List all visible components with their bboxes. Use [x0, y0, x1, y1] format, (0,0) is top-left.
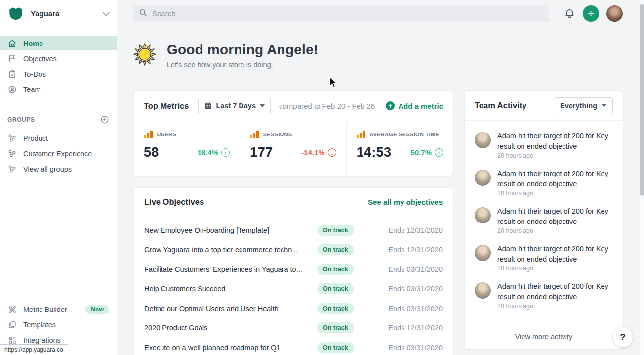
- sidebar-group-view-all[interactable]: View all groups: [0, 162, 117, 176]
- objective-end-date: Ends 03/31/2020: [388, 285, 443, 293]
- sidebar-item-label: View all groups: [23, 165, 72, 173]
- trend-up-icon: ↑: [435, 148, 443, 157]
- date-range-label: Last 7 Days: [216, 102, 256, 110]
- metric-sessions[interactable]: SESSIONS 177 -14.1% ↓: [240, 121, 346, 176]
- caret-down-icon: [260, 104, 265, 107]
- topbar: +: [118, 0, 644, 27]
- sidebar-item-todos[interactable]: To-Dos: [0, 67, 117, 81]
- activity-time: 20 hours ago: [497, 227, 614, 234]
- metric-value: 58: [144, 145, 159, 160]
- objective-end-date: Ends 03/31/2020: [388, 344, 443, 352]
- sun-icon: [133, 43, 156, 66]
- statusbar-link-preview: https://app.yaguara.co: [0, 344, 68, 355]
- metric-label: AVERAGE SESSION TIME: [369, 132, 439, 137]
- calendar-icon: [204, 102, 212, 110]
- objective-row[interactable]: Grow Yaguara into a top tier ecommerce t…: [144, 240, 443, 260]
- activity-text: Adam hit their target of 200 for Key res…: [497, 281, 614, 302]
- search-field[interactable]: [152, 9, 543, 18]
- sidebar-item-metric-builder[interactable]: Metric Builder New: [0, 302, 117, 316]
- objective-row[interactable]: Facilitate Customers' Experiences in Yag…: [144, 260, 443, 279]
- top-metrics-card: Top Metrics Last 7 Days compared to Feb …: [133, 90, 453, 177]
- group-network-icon: [7, 149, 17, 158]
- create-new-button[interactable]: +: [583, 5, 599, 22]
- activity-text: Adam hit their target of 200 for Key res…: [497, 169, 614, 189]
- help-button[interactable]: ?: [613, 327, 633, 347]
- objective-end-date: Ends 03/31/2020: [388, 266, 443, 273]
- metric-delta: 50.7% ↑: [410, 148, 443, 157]
- scrollbar-thumb[interactable]: [640, 4, 644, 196]
- objective-name: New Employee On-boarding [Template]: [144, 226, 312, 234]
- add-metric-label: Add a metric: [398, 102, 443, 110]
- sidebar-item-home[interactable]: Home: [0, 36, 117, 50]
- metric-users[interactable]: USERS 58 18.4% ↑: [134, 121, 240, 176]
- objective-row[interactable]: Execute on a well-planned roadmap for Q1…: [144, 338, 443, 355]
- activity-filter-label: Everything: [560, 102, 597, 110]
- templates-icon: [7, 320, 17, 329]
- main-area: + Good morning Angele!: [118, 0, 644, 355]
- sidebar-item-objectives[interactable]: Objectives: [0, 51, 117, 66]
- view-more-activity-button[interactable]: View more activity: [465, 324, 623, 349]
- metric-label: USERS: [157, 132, 176, 137]
- metric-average-session-time[interactable]: AVERAGE SESSION TIME 14:53 50.7% ↑: [347, 121, 453, 176]
- chevron-down-icon: [103, 9, 110, 18]
- sidebar-item-templates[interactable]: Templates: [0, 317, 117, 332]
- avatar: [475, 170, 491, 186]
- caret-down-icon: [602, 104, 606, 107]
- crossed-pencils-icon: [7, 305, 17, 314]
- plus-icon: +: [386, 101, 395, 110]
- objective-name: Execute on a well-planned roadmap for Q1: [144, 344, 312, 352]
- objective-name: Define our Optimal Users and User Health: [144, 305, 312, 312]
- activity-text: Adam hit their target of 200 for Key res…: [497, 206, 614, 226]
- trend-up-icon: ↑: [221, 148, 230, 157]
- metric-delta: -14.1% ↓: [301, 148, 336, 157]
- activity-item[interactable]: Adam hit their target of 200 for Key res…: [465, 277, 623, 314]
- objective-name: 2020 Product Goals: [144, 324, 312, 332]
- scrollbar-track[interactable]: [640, 0, 644, 355]
- objective-name: Facilitate Customers' Experiences in Yag…: [144, 266, 312, 273]
- status-badge: On track: [317, 322, 354, 333]
- avatar: [475, 282, 491, 299]
- objective-end-date: Ends 12/31/2020: [388, 246, 443, 254]
- activity-item[interactable]: Adam hit their target of 200 for Key res…: [465, 202, 623, 239]
- status-badge: On track: [317, 342, 354, 353]
- activity-item[interactable]: Adam hit their target of 200 for Key res…: [465, 239, 623, 277]
- groups-list: Product Customer Experience View all gro…: [0, 130, 117, 177]
- greeting-subtitle: Let's see how your store is doing.: [167, 61, 318, 69]
- date-range-dropdown[interactable]: Last 7 Days: [198, 98, 271, 114]
- sidebar-item-label: To-Dos: [23, 70, 46, 78]
- workspace-switcher[interactable]: Yaguara: [0, 0, 117, 27]
- google-analytics-icon: [357, 131, 365, 138]
- activity-time: 20 hours ago: [497, 190, 614, 197]
- activity-filter-dropdown[interactable]: Everything: [554, 97, 613, 114]
- add-metric-button[interactable]: + Add a metric: [386, 101, 443, 110]
- notifications-bell-icon[interactable]: [564, 8, 575, 19]
- user-avatar[interactable]: [606, 5, 623, 22]
- activity-item[interactable]: Adam hit their target of 200 for Key res…: [465, 127, 623, 164]
- avatar: [475, 207, 491, 223]
- activity-list: Adam hit their target of 200 for Key res…: [465, 121, 623, 324]
- objective-row[interactable]: Define our Optimal Users and User Health…: [144, 299, 443, 318]
- sidebar-nav: Home Objectives To-Dos Team: [0, 35, 117, 97]
- clipboard-icon: [7, 69, 17, 79]
- group-network-icon: [7, 164, 17, 174]
- status-badge: On track: [317, 283, 354, 294]
- workspace-name: Yaguara: [31, 9, 103, 18]
- add-group-button[interactable]: [100, 115, 109, 124]
- activity-text: Adam hit their target of 200 for Key res…: [497, 131, 614, 151]
- status-badge: On track: [317, 264, 354, 275]
- team-activity-card: Team Activity Everything Adam hit their …: [464, 90, 623, 350]
- top-metrics-title: Top Metrics: [144, 101, 189, 111]
- sidebar-item-team[interactable]: Team: [0, 82, 117, 96]
- objective-end-date: Ends 03/31/2020: [388, 305, 443, 312]
- compare-text: compared to Feb 20 - Feb 26: [279, 102, 375, 110]
- objective-row[interactable]: New Employee On-boarding [Template] On t…: [144, 221, 443, 240]
- activity-item[interactable]: Adam hit their target of 200 for Key res…: [465, 164, 623, 202]
- objective-row[interactable]: 2020 Product Goals On track Ends 12/31/2…: [144, 318, 443, 338]
- search-input[interactable]: [133, 5, 549, 22]
- sidebar-group-customer-experience[interactable]: Customer Experience: [0, 146, 117, 161]
- greeting: Good morning Angele! Let's see how your …: [133, 42, 644, 69]
- see-all-objectives-link[interactable]: See all my objectives: [368, 198, 443, 206]
- sidebar-group-product[interactable]: Product: [0, 131, 117, 145]
- objective-row[interactable]: Help Customers Succeed On track Ends 03/…: [144, 279, 443, 299]
- metric-value: 14:53: [357, 145, 392, 160]
